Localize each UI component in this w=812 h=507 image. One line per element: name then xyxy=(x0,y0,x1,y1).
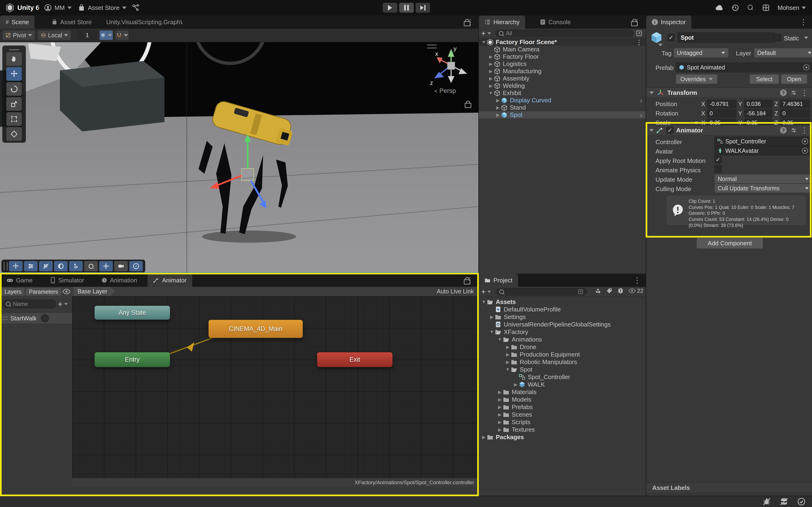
foldout-arrow-icon[interactable]: ▶ xyxy=(497,412,503,417)
project-item-packages[interactable]: ▶ Packages xyxy=(479,433,646,441)
breadcrumb-base-layer[interactable]: Base Layer xyxy=(73,287,115,296)
tab-asset-store[interactable]: Asset Store xyxy=(46,15,97,29)
hierarchy-item-exhibit[interactable]: ▼ Exhibit xyxy=(479,90,646,97)
inspector-kebab-icon[interactable]: ⋮ xyxy=(800,18,807,26)
project-item-drone[interactable]: ▶ Drone xyxy=(479,343,646,351)
project-lock-icon[interactable] xyxy=(464,279,470,284)
snap-increment-button[interactable] xyxy=(115,30,129,40)
state-node-any-state[interactable]: Any State xyxy=(94,305,170,320)
trigger-radio[interactable] xyxy=(41,314,49,322)
transform-header[interactable]: Transform ? ⋮ xyxy=(646,87,812,98)
hierarchy-item-factory-floor[interactable]: ▶ Factory Floor xyxy=(479,53,646,60)
foldout-arrow-icon[interactable]: ▶ xyxy=(488,61,494,67)
foldout-arrow-icon[interactable]: ▶ xyxy=(488,76,494,81)
foldout-arrow-icon[interactable]: ▶ xyxy=(497,404,503,410)
tab-simulator[interactable]: Simulator xyxy=(45,274,90,287)
persp-toggle[interactable]: < Persp xyxy=(434,87,456,95)
tab-hierarchy[interactable]: Hierarchy xyxy=(479,15,525,29)
foldout-arrow-icon[interactable]: ▶ xyxy=(495,105,501,110)
project-item-models[interactable]: ▶ Models xyxy=(479,396,646,403)
overrides-button[interactable]: Overrides xyxy=(676,74,718,84)
pause-button[interactable] xyxy=(399,3,414,13)
orientation-gizmo[interactable]: y x z < Persp xyxy=(423,44,474,95)
hierarchy-lock-icon[interactable] xyxy=(464,21,470,26)
project-item-prefabs[interactable]: ▶ Prefabs xyxy=(479,403,646,411)
position-y-field[interactable]: 0.036 xyxy=(744,100,772,108)
foldout-arrow-icon[interactable]: ▼ xyxy=(481,40,487,45)
prefab-cube-icon[interactable] xyxy=(650,31,663,44)
active-checkbox[interactable]: ✓ xyxy=(667,34,675,41)
foldout-arrow-icon[interactable]: ▶ xyxy=(489,314,495,320)
project-item-robotic-manipulators[interactable]: ▶ Robotic Manipulators xyxy=(479,358,646,366)
hierarchy-item-factory-floor-scene-[interactable]: ▼ Factory Floor Scene* ⋮ xyxy=(479,39,646,46)
rotate-tool-button[interactable] xyxy=(6,82,22,96)
parameter-search-input[interactable]: Name xyxy=(2,299,56,308)
parameter-row-startwalk[interactable]: StartWalk xyxy=(0,313,72,324)
foldout-arrow-icon[interactable]: ▶ xyxy=(497,427,503,432)
hierarchy-item-welding[interactable]: ▶ Welding xyxy=(479,82,646,90)
tab-game[interactable]: Game xyxy=(1,274,38,287)
foldout-arrow-icon[interactable]: ▶ xyxy=(488,68,494,74)
scene-row-kebab-icon[interactable]: ⋮ xyxy=(636,38,642,46)
step-button[interactable] xyxy=(416,3,430,13)
foldout-arrow-icon[interactable]: ▶ xyxy=(513,382,519,387)
open-button[interactable]: Open xyxy=(781,74,807,84)
controller-field[interactable]: Spot_Controller xyxy=(714,136,811,146)
asset-labels-bar[interactable]: Asset Labels xyxy=(646,482,812,493)
layers-button[interactable]: Layers xyxy=(1,288,25,296)
user-avatar[interactable] xyxy=(762,4,770,11)
overlay-grid-button[interactable] xyxy=(39,261,53,271)
animate-physics-checkbox[interactable] xyxy=(714,165,722,173)
hierarchy-item-stand[interactable]: ▶ Stand xyxy=(479,104,646,111)
foldout-arrow-icon[interactable]: ▶ xyxy=(505,359,511,365)
tab-inspector[interactable]: i Inspector xyxy=(646,15,692,29)
state-node-entry[interactable]: Entry xyxy=(94,352,170,367)
project-add-button[interactable]: + xyxy=(481,288,491,296)
activity-ok-icon[interactable] xyxy=(797,497,806,506)
visibility-eye-icon[interactable] xyxy=(62,288,70,295)
prefab-open-chevron[interactable]: › xyxy=(640,97,642,105)
animator-presets-icon[interactable] xyxy=(791,127,797,133)
project-item-production-equipment[interactable]: ▶ Production Equipment xyxy=(479,351,646,358)
filter-by-label-icon[interactable] xyxy=(606,288,613,294)
tools-drag-handle[interactable] xyxy=(9,49,19,50)
overlay-drag-handle[interactable] xyxy=(4,262,7,270)
hierarchy-item-assembly[interactable]: ▶ Assembly xyxy=(479,75,646,82)
foldout-arrow-icon[interactable]: ▶ xyxy=(505,352,511,357)
asset-store-menu[interactable]: Asset Store xyxy=(78,0,126,15)
static-caret-icon[interactable] xyxy=(804,37,808,39)
state-machine-graph[interactable]: Any StateCINEMA_4D_MainEntryExit XFactor… xyxy=(72,296,478,487)
hierarchy-add-button[interactable]: + xyxy=(481,29,491,38)
project-item-assets[interactable]: ▼ Assets xyxy=(479,298,646,305)
foldout-arrow-icon[interactable]: ▼ xyxy=(505,367,511,372)
avatar-field[interactable]: WALKAvatar xyxy=(714,146,811,155)
foldout-arrow-icon[interactable]: ▼ xyxy=(497,337,503,342)
hierarchy-item-manufacturing[interactable]: ▶ Manufacturing xyxy=(479,68,646,75)
debugger-icon[interactable] xyxy=(762,497,771,506)
foldout-arrow-icon[interactable]: ▶ xyxy=(497,419,503,425)
project-search-input[interactable] xyxy=(496,288,587,295)
visible-count[interactable]: 22 xyxy=(628,288,643,294)
culling-mode-dropdown[interactable]: Cull Update Transforms xyxy=(714,183,812,193)
project-item-spot-controller[interactable]: Spot_Controller xyxy=(479,373,646,381)
overlay-move-button[interactable] xyxy=(9,261,22,271)
rotation-y-field[interactable]: -56.184 xyxy=(744,109,772,118)
animator-help-icon[interactable]: ? xyxy=(780,127,786,133)
hierarchy-search-input[interactable]: All xyxy=(495,30,634,37)
state-node-cinema-4d-main[interactable]: CINEMA_4D_Main xyxy=(208,320,303,338)
overlay-compass-button[interactable] xyxy=(129,261,143,271)
foldout-arrow-icon[interactable]: ▼ xyxy=(489,329,495,334)
state-node-exit[interactable]: Exit xyxy=(317,352,393,367)
layer-dropdown[interactable]: Default xyxy=(754,48,812,58)
apply-root-motion-checkbox[interactable]: ✓ xyxy=(714,156,722,163)
foldout-arrow-icon[interactable]: ▼ xyxy=(488,91,494,96)
project-item-textures[interactable]: ▶ Textures xyxy=(479,426,646,433)
select-button[interactable]: Select xyxy=(750,74,779,84)
hand-tool-button[interactable] xyxy=(6,52,22,66)
project-item-universalrenderpipelineglobalsettings[interactable]: UniversalRenderPipelineGlobalSettings xyxy=(479,321,646,328)
transform-kebab-icon[interactable]: ⋮ xyxy=(801,89,808,97)
plastic-scm-icon[interactable] xyxy=(132,0,140,15)
static-checkbox[interactable] xyxy=(774,34,781,41)
tab-animator[interactable]: Animator xyxy=(148,274,192,287)
foldout-arrow-icon[interactable]: ▶ xyxy=(488,83,494,89)
